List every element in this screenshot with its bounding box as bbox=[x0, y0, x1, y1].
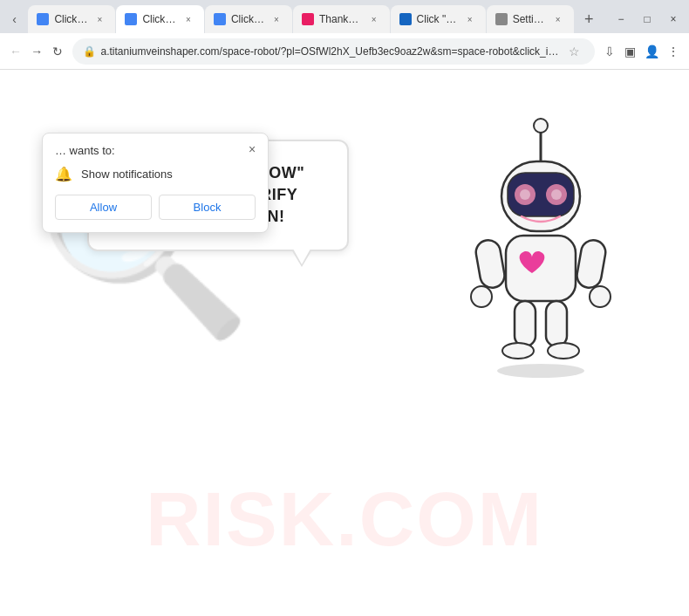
page-content: 🔍 RISK.COM PRESS THE "ALLOW" BUTTON TO V… bbox=[0, 70, 689, 616]
tab-close-4[interactable]: × bbox=[367, 12, 381, 26]
svg-point-14 bbox=[502, 343, 534, 359]
tab-title-6: Settings bbox=[513, 13, 546, 25]
tab-2[interactable]: Click "All × bbox=[116, 5, 204, 33]
notification-buttons: Allow Block bbox=[55, 195, 256, 220]
tab-title-3: Click All bbox=[231, 13, 264, 25]
tab-close-3[interactable]: × bbox=[269, 12, 283, 26]
back-button[interactable]: ← bbox=[9, 39, 23, 64]
minimize-button[interactable]: − bbox=[609, 7, 633, 31]
svg-rect-11 bbox=[575, 238, 607, 290]
window-controls: − □ × bbox=[609, 7, 686, 31]
extensions-button[interactable]: ▣ bbox=[624, 39, 638, 64]
tab-favicon-6 bbox=[495, 13, 508, 25]
profile-button[interactable]: 👤 bbox=[645, 39, 659, 64]
menu-button[interactable]: ⋮ bbox=[666, 39, 680, 64]
allow-button[interactable]: Allow bbox=[55, 195, 152, 220]
tab-4[interactable]: Thanks f… × bbox=[293, 5, 390, 33]
tab-3[interactable]: Click All × bbox=[205, 5, 292, 33]
svg-point-1 bbox=[534, 119, 548, 133]
tab-scroll-left[interactable]: ‹ bbox=[3, 7, 25, 31]
tab-favicon-4 bbox=[302, 13, 314, 25]
bookmark-icon[interactable]: ☆ bbox=[563, 41, 584, 62]
tab-title-5: Click "Al… bbox=[417, 13, 458, 25]
forward-button[interactable]: → bbox=[30, 39, 44, 64]
svg-rect-9 bbox=[474, 238, 507, 290]
watermark-text: RISK.COM bbox=[146, 475, 543, 564]
tab-close-6[interactable]: × bbox=[551, 12, 565, 26]
robot-image bbox=[445, 113, 637, 396]
svg-point-12 bbox=[590, 286, 611, 307]
svg-rect-8 bbox=[506, 236, 576, 301]
tab-title-1: Click All bbox=[54, 13, 87, 25]
tab-5[interactable]: Click "Al… × bbox=[391, 5, 486, 33]
bell-icon: 🔔 bbox=[55, 166, 72, 182]
notification-title: … wants to: bbox=[55, 144, 256, 157]
download-button[interactable]: ⇩ bbox=[602, 39, 616, 64]
block-button[interactable]: Block bbox=[159, 195, 256, 220]
notification-popup: × … wants to: 🔔 Show notifications Allow… bbox=[42, 133, 269, 233]
svg-rect-15 bbox=[546, 301, 567, 346]
tab-title-4: Thanks f… bbox=[319, 13, 362, 25]
notification-permission-row: 🔔 Show notifications bbox=[55, 166, 256, 182]
svg-point-10 bbox=[471, 286, 492, 307]
tab-favicon-1 bbox=[37, 13, 49, 25]
browser-frame: ‹ Click All × Click "All × Click All × T… bbox=[0, 0, 689, 616]
svg-point-16 bbox=[548, 343, 579, 359]
address-input-wrap[interactable]: 🔒 a.titaniumveinshaper.com/space-robot/?… bbox=[72, 38, 596, 65]
refresh-button[interactable]: ↻ bbox=[51, 39, 65, 64]
tab-close-1[interactable]: × bbox=[92, 12, 106, 26]
tab-favicon-2 bbox=[125, 13, 137, 25]
svg-point-17 bbox=[497, 364, 584, 378]
notification-close-button[interactable]: × bbox=[243, 140, 261, 158]
lock-icon: 🔒 bbox=[83, 45, 96, 58]
maximize-button[interactable]: □ bbox=[635, 7, 659, 31]
address-bar: ← → ↻ 🔒 a.titaniumveinshaper.com/space-r… bbox=[0, 33, 689, 70]
svg-point-6 bbox=[520, 189, 530, 200]
tab-close-5[interactable]: × bbox=[463, 12, 477, 26]
svg-point-7 bbox=[551, 189, 562, 200]
tab-favicon-5 bbox=[399, 13, 412, 25]
notification-permission-label: Show notifications bbox=[81, 168, 173, 181]
url-text: a.titaniumveinshaper.com/space-robot/?pl… bbox=[101, 45, 559, 58]
tab-close-2[interactable]: × bbox=[181, 12, 195, 26]
tab-1[interactable]: Click All × bbox=[28, 5, 115, 33]
tab-bar: ‹ Click All × Click "All × Click All × T… bbox=[0, 0, 689, 33]
tab-favicon-3 bbox=[214, 13, 226, 25]
new-tab-button[interactable]: + bbox=[578, 7, 600, 31]
svg-rect-13 bbox=[515, 301, 536, 346]
tab-6[interactable]: Settings × bbox=[487, 5, 574, 33]
close-window-button[interactable]: × bbox=[661, 7, 686, 31]
tab-title-2: Click "All bbox=[142, 13, 176, 25]
